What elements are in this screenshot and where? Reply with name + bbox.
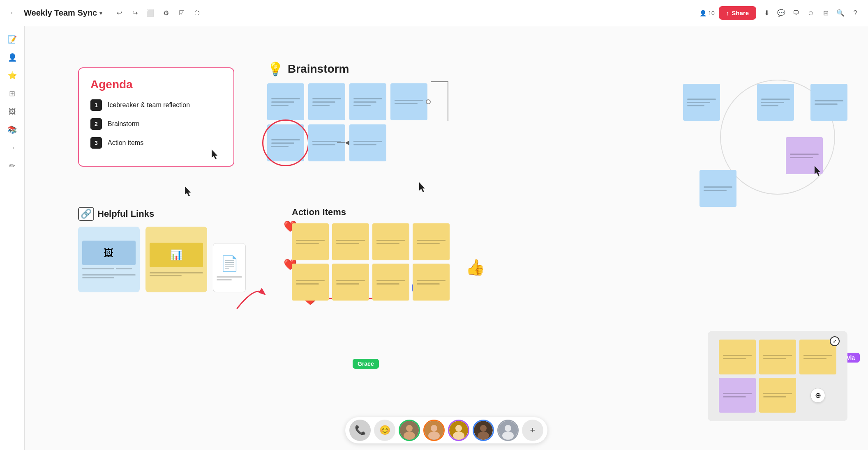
br-sticky-purple[interactable] bbox=[719, 378, 756, 413]
participant-bar: 📞 😊 bbox=[345, 417, 547, 443]
cursor-olivia-area: Olivia bbox=[419, 182, 427, 194]
user-count[interactable]: 👤 10 bbox=[699, 10, 715, 16]
svg-point-13 bbox=[453, 432, 464, 440]
avatar-5-img bbox=[499, 421, 517, 440]
avatar-2-img bbox=[425, 421, 443, 440]
participant-avatar-1[interactable] bbox=[399, 420, 420, 441]
action-items-title: Action Items bbox=[292, 207, 481, 218]
call-button[interactable]: 📞 bbox=[349, 420, 371, 441]
zoom-in-button[interactable]: ⊕ bbox=[810, 388, 825, 403]
chat-icon[interactable]: 💬 bbox=[775, 7, 787, 19]
right-cluster bbox=[675, 63, 847, 219]
link-card-doc-lines bbox=[217, 276, 242, 280]
helpful-links-section: 🔗 Helpful Links 🖼 bbox=[78, 207, 284, 292]
zoom-area: ⊕ bbox=[799, 378, 836, 413]
sidebar-item-images[interactable]: 🖼 bbox=[4, 103, 21, 120]
agenda-num-2: 2 bbox=[90, 118, 102, 130]
add-participant-button[interactable]: + bbox=[522, 420, 543, 441]
user-icon: 👤 bbox=[699, 10, 706, 16]
main-layout: 📝 👤 ⭐ ⊞ 🖼 📚 → ✏ Agenda 1 Icebreaker & te… bbox=[0, 26, 868, 450]
action-items-grid-area: ❤️ ❤️ ❤️ 👍 bbox=[292, 223, 481, 300]
sidebar-item-presence[interactable]: 👤 bbox=[4, 49, 21, 66]
user-count-label: 10 bbox=[708, 10, 715, 16]
sidebar-item-export[interactable]: → bbox=[4, 140, 21, 156]
action-sticky-6[interactable] bbox=[332, 264, 369, 301]
participant-avatar-5[interactable] bbox=[497, 420, 519, 441]
brainstorm-sticky-7[interactable] bbox=[349, 124, 386, 161]
right-sticky-2[interactable] bbox=[757, 84, 794, 121]
action-sticky-8[interactable] bbox=[413, 264, 450, 301]
participant-avatar-3[interactable] bbox=[448, 420, 469, 441]
br-sticky-2[interactable] bbox=[759, 340, 796, 374]
cursor-grace-area: Grace bbox=[185, 186, 193, 198]
link-card-doc[interactable]: 📄 bbox=[213, 243, 246, 292]
topbar-right: 👤 10 ↑ Share ⬇ 💬 🗨 ☺ ⊞ 🔍 ? bbox=[699, 6, 861, 20]
cursor-badge-grace: Grace bbox=[353, 359, 379, 369]
checklist-icon[interactable]: ☑ bbox=[175, 7, 188, 19]
lightbulb-icon: 💡 bbox=[267, 61, 284, 77]
frame-icon[interactable]: ⬜ bbox=[144, 7, 157, 19]
brainstorm-sticky-4[interactable] bbox=[390, 83, 427, 120]
sidebar-item-favorites[interactable]: ⭐ bbox=[4, 67, 21, 84]
svg-marker-3 bbox=[815, 166, 820, 176]
bottom-right-cluster: ✓ ⊕ bbox=[708, 331, 847, 421]
agenda-item-text-1: Icebreaker & team reflection bbox=[108, 101, 190, 109]
grid-icon[interactable]: ⊞ bbox=[820, 7, 832, 19]
mindmap-icon[interactable]: ⚙ bbox=[160, 7, 172, 19]
br-sticky-1[interactable] bbox=[719, 340, 756, 374]
title-area[interactable]: Weekly Team Sync ▾ bbox=[24, 8, 102, 18]
right-sticky-3[interactable] bbox=[810, 84, 847, 121]
timer-icon[interactable]: ⏱ bbox=[191, 7, 203, 19]
avatar-3 bbox=[449, 421, 468, 440]
action-sticky-2[interactable] bbox=[332, 223, 369, 260]
canvas[interactable]: Agenda 1 Icebreaker & team reflection 2 … bbox=[25, 26, 868, 450]
link-card-blue[interactable]: 🖼 bbox=[78, 227, 140, 292]
search-icon[interactable]: 🔍 bbox=[834, 7, 847, 19]
cursor-mateo-arrow-icon bbox=[815, 166, 823, 176]
avatar-4 bbox=[474, 421, 493, 440]
participant-avatar-2[interactable] bbox=[423, 420, 445, 441]
right-sticky-1[interactable] bbox=[683, 84, 720, 121]
link-card-yellow[interactable]: 📊 bbox=[145, 227, 207, 292]
action-sticky-5[interactable] bbox=[292, 264, 329, 301]
share-button[interactable]: ↑ Share bbox=[719, 6, 756, 20]
title-chevron-icon: ▾ bbox=[99, 10, 102, 16]
emoji-button[interactable]: 😊 bbox=[374, 420, 395, 441]
sidebar: 📝 👤 ⭐ ⊞ 🖼 📚 → ✏ bbox=[0, 26, 25, 450]
participant-avatar-4[interactable] bbox=[473, 420, 494, 441]
doc-icon: 📄 bbox=[220, 255, 239, 272]
help-icon[interactable]: ? bbox=[849, 7, 861, 19]
sidebar-item-notes[interactable]: 📝 bbox=[4, 31, 21, 48]
brainstorm-sticky-1[interactable] bbox=[267, 83, 304, 120]
brainstorm-sticky-5-circled[interactable] bbox=[267, 124, 304, 161]
link-line bbox=[217, 276, 242, 278]
undo-icon[interactable]: ↩ bbox=[113, 7, 125, 19]
download-icon[interactable]: ⬇ bbox=[760, 7, 773, 19]
link-card-blue-meta bbox=[82, 268, 136, 269]
comment-icon[interactable]: 🗨 bbox=[790, 7, 802, 19]
svg-point-7 bbox=[404, 432, 415, 440]
br-sticky-3[interactable]: ✓ bbox=[799, 340, 836, 374]
cursor-alex-area: Alex bbox=[212, 149, 220, 161]
avatar-3-img bbox=[449, 421, 468, 440]
sidebar-item-draw[interactable]: ✏ bbox=[4, 158, 21, 174]
agenda-card: Agenda 1 Icebreaker & team reflection 2 … bbox=[78, 67, 234, 167]
action-items-grid bbox=[292, 223, 481, 300]
br-sticky-4[interactable] bbox=[759, 378, 796, 413]
avatar-1 bbox=[400, 421, 419, 440]
reactions-icon[interactable]: ☺ bbox=[805, 7, 817, 19]
action-sticky-1[interactable] bbox=[292, 223, 329, 260]
action-sticky-3[interactable] bbox=[372, 223, 409, 260]
avatar-5 bbox=[499, 421, 517, 440]
svg-point-15 bbox=[480, 425, 487, 432]
agenda-item-3: 3 Action items bbox=[90, 137, 222, 149]
sidebar-item-templates[interactable]: ⊞ bbox=[4, 85, 21, 102]
back-button[interactable]: ← bbox=[7, 7, 20, 20]
brainstorm-sticky-2[interactable] bbox=[308, 83, 345, 120]
action-sticky-7[interactable] bbox=[372, 264, 409, 301]
right-sticky-4[interactable] bbox=[699, 170, 736, 207]
brainstorm-sticky-3[interactable] bbox=[349, 83, 386, 120]
action-sticky-4[interactable] bbox=[413, 223, 450, 260]
sidebar-item-library[interactable]: 📚 bbox=[4, 122, 21, 138]
redo-icon[interactable]: ↪ bbox=[129, 7, 141, 19]
